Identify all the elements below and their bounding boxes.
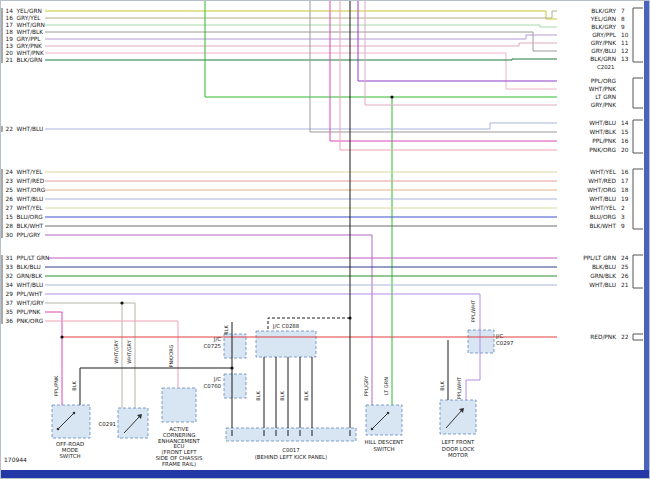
left-wire-code: BLK/BLU <box>17 264 41 270</box>
diagram-ref-number: 170944 <box>4 456 27 463</box>
right-wire-code: LT GRN <box>595 94 616 100</box>
junction-dot <box>230 366 233 369</box>
junction-dot <box>120 301 123 304</box>
vertical-wire-code: PPL/GRY <box>363 375 369 397</box>
jc-c0297-label: C0297 <box>496 340 513 346</box>
left-pin-number: 20 <box>6 50 14 56</box>
left-pin-number: 19 <box>6 36 14 42</box>
bottom-border-bar <box>0 470 650 479</box>
left-wire-code: WHT/YEL <box>17 205 44 211</box>
left-pin-number: 32 <box>6 273 14 279</box>
off-road-switch-contact-terminal <box>57 428 60 431</box>
right-wire-code: BLK/GRN <box>590 56 616 62</box>
left-pin-number: 14 <box>6 8 14 14</box>
right-wire-code: GRY/PNK <box>591 102 616 108</box>
left-wire-code: GRN/BLK <box>17 273 43 279</box>
left-pin-number: 17 <box>6 22 14 28</box>
vertical-wire-code: BLK <box>223 325 229 335</box>
wire-gry-pnk <box>45 43 557 46</box>
right-pin-number: 2 <box>621 205 625 211</box>
left-wire-code: WHT/GRN <box>17 22 45 28</box>
right-wire-code: GRY/PNK <box>591 40 616 46</box>
left-wire-code: PPL/PNK <box>17 309 41 315</box>
off-road-mode-switch-label: MODE <box>62 447 79 453</box>
vertical-wire-code: BLK <box>71 381 77 391</box>
wire-wht-pnk <box>45 53 557 89</box>
left-pin-number: 15 <box>6 214 14 220</box>
left-wire-code: GRY/PNK <box>17 43 42 49</box>
left-pin-number: 30 <box>6 232 14 238</box>
left-wire-code: BLK/GRN <box>17 57 43 63</box>
wire-pnk-org <box>340 0 557 150</box>
right-wire-code: WHT/ORG <box>587 187 616 193</box>
left-pin-number: 33 <box>6 264 14 270</box>
off-road-mode-switch-label: SWITCH <box>59 453 80 459</box>
right-pin-number: 21 <box>621 282 629 288</box>
wire-wht-blk-2 <box>310 0 557 132</box>
right-wire-code: WHT/RED <box>588 178 616 184</box>
right-wire-code: WHT/BLU <box>589 196 616 202</box>
left-pin-number: 18 <box>6 29 14 35</box>
right-wire-code: WHT/BLU <box>589 282 616 288</box>
left-pin-number: 28 <box>6 223 14 229</box>
jc-c0288-box <box>256 331 316 357</box>
left-pin-number: 37 <box>6 300 14 306</box>
left-wire-code: WHT/YEL <box>17 169 44 175</box>
right-pin-number: 19 <box>621 196 629 202</box>
c0017-label: C0017 <box>282 447 299 453</box>
jc-c0760-label: C0760 <box>204 383 222 389</box>
right-border-strip <box>644 0 650 470</box>
vertical-wire-code: PPL/WHT <box>456 376 462 399</box>
left-wire-code: PNK/ORG <box>17 318 44 324</box>
left-wire-code: WHT/ORG <box>17 187 46 193</box>
vertical-wire-code: BLK <box>303 391 309 401</box>
right-pin-number: 17 <box>621 178 629 184</box>
right-wire-code: PPL/LT GRN <box>583 255 616 261</box>
left-pin-number: 25 <box>6 187 14 193</box>
c0017-label: (BEHIND LEFT KICK PANEL) <box>255 454 327 460</box>
left-pin-number: 34 <box>6 282 14 288</box>
right-pin-number: 9 <box>621 223 625 229</box>
left-wire-code: PPL/LT GRN <box>17 255 50 261</box>
right-wire-code: GRN/BLK <box>590 273 616 279</box>
ace-ecu-box <box>162 388 196 422</box>
right-wire-code: WHT/BLK <box>589 129 616 135</box>
c0017-bus-box <box>226 428 356 441</box>
wire-lt-grn <box>205 0 557 97</box>
left-wire-code: WHT/BLU <box>17 196 44 202</box>
left-pin-number: 23 <box>6 178 14 184</box>
right-wire-code: BLK/BLU <box>592 264 616 270</box>
right-pin-number: 22 <box>621 334 629 340</box>
vertical-wire-code: WHT/GRY <box>113 339 119 363</box>
right-wire-code: BLK/GRY <box>591 24 616 30</box>
wire-wht-blk <box>45 32 557 51</box>
left-pin-number: 35 <box>6 309 14 315</box>
right-wire-code: PNK/ORG <box>589 147 616 153</box>
hill-descent-switch-contact-terminal <box>371 428 374 431</box>
door-lock-motor-label: MOTOR <box>448 452 468 458</box>
left-wire-code: WHT/PNK <box>17 50 44 56</box>
off-road-switch-contact-terminal <box>73 412 76 415</box>
jc-c0725-box <box>224 334 246 358</box>
wire-wht-blu <box>45 123 557 129</box>
right-pin-number: 8 <box>621 16 625 22</box>
vertical-wire-code: BLK <box>255 391 261 401</box>
right-pin-number: 18 <box>621 187 629 193</box>
hill-descent-switch-label: HILL DESCENT <box>365 439 405 445</box>
left-wire-code: PPL/GRY <box>17 232 41 238</box>
off-road-mode-switch-label: OFF-ROAD <box>56 441 84 447</box>
right-pin-number: 11 <box>621 40 629 46</box>
right-pin-number: 12 <box>621 48 629 54</box>
c0291-label: C0291 <box>99 421 116 427</box>
right-wire-code: BLK/WHT <box>589 223 616 229</box>
left-pin-number: 24 <box>6 169 14 175</box>
wire-gry-ppl <box>45 35 557 39</box>
right-pin-number: 7 <box>621 8 625 14</box>
right-pin-number: 15 <box>621 129 629 135</box>
ace-ecu-label: FRAME RAIL) <box>162 461 196 467</box>
wire-blk-grn <box>45 59 557 60</box>
right-pin-number: 3 <box>621 214 625 220</box>
wire-wht-grn <box>45 25 557 27</box>
right-pin-number: 10 <box>621 32 629 38</box>
hill-descent-switch-box <box>366 405 402 435</box>
